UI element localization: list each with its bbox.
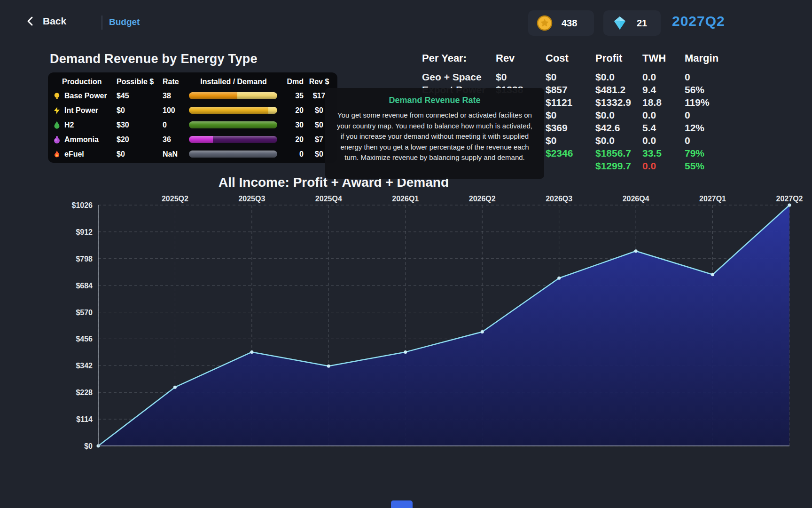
table-row-name: Int Power (53, 103, 117, 118)
col-header-installed-demand: Installed / Demand (187, 75, 280, 88)
cost-cell: $0 (546, 109, 595, 121)
margin-cell: 119% (685, 96, 729, 109)
dmd-value: 35 (280, 88, 305, 103)
lightning-icon (53, 106, 61, 115)
installed-demand-bar (189, 107, 277, 114)
production-name: H2 (64, 121, 74, 129)
demand-revenue-table: Production Possible $ Rate Installed / D… (48, 72, 337, 163)
x-tick-label: 2026Q3 (546, 195, 572, 203)
production-name: Int Power (64, 106, 98, 115)
budget-tab[interactable]: Budget (109, 17, 140, 27)
col-header-rate: Rate (163, 75, 187, 88)
data-point (711, 273, 714, 276)
data-point (250, 350, 253, 354)
margin-cell: 79% (685, 147, 729, 159)
y-tick-label: $342 (76, 362, 93, 370)
back-label: Back (43, 16, 66, 27)
y-tick-label: $798 (76, 255, 93, 263)
table-row-name: eFuel (53, 147, 117, 161)
profit-cell: $1299.7 (595, 159, 642, 172)
col-header-production: Production (53, 75, 117, 88)
installed-demand-bar (189, 136, 277, 143)
table-row-name: Base Power (53, 88, 117, 103)
margin-cell: 55% (685, 159, 729, 172)
twh-cell: 0.0 (642, 159, 685, 172)
y-tick-label: $228 (76, 389, 93, 397)
data-point (404, 350, 407, 354)
rate-value: 38 (163, 88, 187, 103)
tooltip-body: You get some revenue from connected or a… (336, 110, 533, 163)
possible-value: $45 (117, 88, 163, 103)
production-name: Base Power (64, 92, 107, 100)
col-header-margin: Margin (685, 51, 729, 71)
gem-icon (612, 15, 628, 31)
twh-cell: 0.0 (642, 71, 685, 83)
y-tick-label: $114 (76, 415, 93, 423)
margin-cell: 0 (685, 134, 729, 147)
rev-cell: $0 (496, 71, 546, 83)
profit-cell: $1856.7 (595, 147, 642, 159)
production-name: Ammonia (64, 135, 99, 144)
bulb-icon (53, 92, 61, 100)
col-header-twh: TWH (642, 51, 685, 71)
twh-cell: 9.4 (642, 83, 685, 96)
cost-cell: $1121 (546, 96, 595, 109)
x-tick-label: 2026Q1 (392, 195, 419, 203)
rate-value: NaN (163, 147, 187, 161)
table-row-name: H2 (53, 118, 117, 132)
profit-cell: $1332.9 (595, 96, 642, 109)
back-button[interactable]: Back (26, 16, 66, 27)
dmd-value: 20 (280, 132, 305, 147)
demand-revenue-title: Demand Revenue by Energy Type (50, 52, 258, 66)
possible-value: $20 (117, 132, 163, 147)
demand-revenue-rate-tooltip: Demand Revenue Rate You get some revenue… (325, 88, 544, 179)
cost-cell: $857 (546, 83, 595, 96)
y-tick-label: $912 (76, 228, 93, 236)
gem-counter[interactable]: 21 (603, 10, 661, 36)
profit-cell: $0.0 (595, 134, 642, 147)
col-header-rev: Rev $ (305, 75, 333, 88)
installed-demand-bar (189, 121, 277, 128)
possible-value: $0 (117, 103, 163, 118)
bottom-button[interactable] (391, 500, 413, 508)
margin-cell: 0 (685, 109, 729, 121)
data-point (327, 365, 330, 368)
col-header-rev: Rev (496, 51, 546, 71)
twh-cell: 0.0 (642, 109, 685, 121)
x-tick-label: 2026Q2 (469, 195, 496, 203)
flask-icon (53, 135, 61, 144)
col-header-profit: Profit (595, 51, 642, 71)
x-tick-label: 2025Q3 (238, 195, 265, 203)
profit-cell: $481.2 (595, 83, 642, 96)
data-point (173, 386, 177, 389)
x-tick-label: 2027Q2 (776, 195, 803, 203)
x-tick-label: 2025Q4 (315, 195, 342, 203)
cost-cell: $369 (546, 121, 595, 134)
tooltip-title: Demand Revenue Rate (336, 95, 533, 105)
cost-cell (546, 159, 595, 172)
coin-counter[interactable]: 438 (528, 10, 594, 36)
rate-value: 36 (163, 132, 187, 147)
twh-cell: 33.5 (642, 147, 685, 159)
cost-cell: $0 (546, 134, 595, 147)
dmd-value: 20 (280, 103, 305, 118)
data-point (788, 204, 791, 207)
dmd-value: 30 (280, 118, 305, 132)
y-tick-label: $570 (76, 309, 93, 317)
data-point (481, 330, 484, 333)
x-tick-label: 2027Q1 (699, 195, 726, 203)
data-point (557, 277, 561, 280)
data-point (634, 249, 638, 253)
income-chart-svg: $1026$912$798$684$570$456$342$228$114$02… (0, 193, 812, 475)
x-tick-label: 2026Q4 (623, 195, 649, 203)
coin-icon (537, 15, 553, 31)
col-header-dmd: Dmd (280, 75, 305, 88)
droplet-icon (53, 121, 61, 129)
y-tick-label: $1026 (72, 201, 93, 209)
possible-value: $0 (117, 147, 163, 161)
profit-cell: $0.0 (595, 71, 642, 83)
gem-count: 21 (637, 18, 647, 29)
cost-cell: $2346 (546, 147, 595, 159)
margin-cell: 56% (685, 83, 729, 96)
col-header-cost: Cost (546, 51, 595, 71)
